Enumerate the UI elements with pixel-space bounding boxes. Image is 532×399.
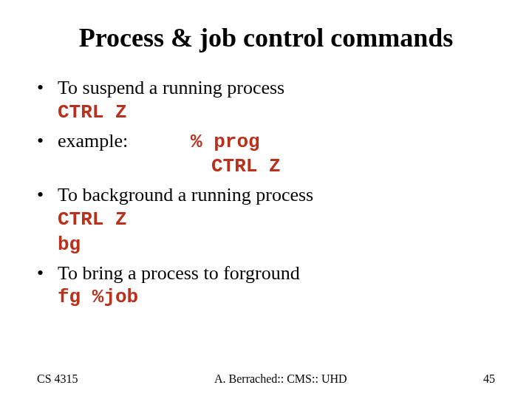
bullet-dot: •	[37, 261, 58, 286]
bullet-3-text: To background a running process	[58, 183, 313, 208]
footer-left: CS 4315	[37, 372, 78, 386]
bullet-4-text: To bring a process to forground	[58, 261, 300, 286]
bullet-dot: •	[37, 75, 58, 100]
bullet-4: • To bring a process to forground fg %jo…	[37, 261, 495, 311]
bullet-dot: •	[37, 129, 58, 154]
bullet-2-label: example:	[58, 129, 191, 154]
footer-center: A. Berrached:: CMS:: UHD	[214, 372, 347, 386]
slide-footer: CS 4315 A. Berrached:: CMS:: UHD 45	[0, 372, 532, 386]
bullet-2-command-1: % prog	[191, 130, 281, 155]
bullet-4-command: fg %job	[37, 285, 495, 310]
bullet-3-command-1: CTRL Z	[37, 208, 495, 233]
bullet-dot: •	[37, 183, 58, 208]
bullet-1: • To suspend a running process CTRL Z	[37, 75, 495, 126]
bullet-1-command: CTRL Z	[37, 100, 495, 126]
bullet-2-command-2: CTRL Z	[191, 154, 281, 180]
bullet-3-command-2: bg	[37, 233, 495, 258]
slide-body: • To suspend a running process CTRL Z • …	[37, 75, 495, 310]
bullet-2: • example: % prog CTRL Z	[37, 129, 495, 180]
bullet-1-text: To suspend a running process	[58, 75, 284, 100]
slide-title: Process & job control commands	[37, 22, 495, 53]
bullet-3: • To background a running process CTRL Z…	[37, 183, 495, 257]
slide: Process & job control commands • To susp…	[0, 0, 532, 399]
footer-right: 45	[483, 372, 495, 386]
